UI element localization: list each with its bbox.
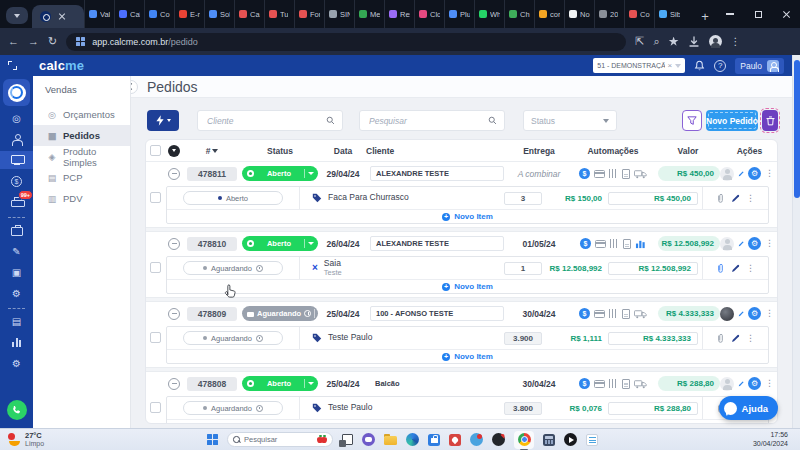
edit-item-icon[interactable] [731, 194, 740, 203]
browser-tab[interactable]: Ch [504, 0, 534, 28]
browser-tab[interactable]: Clo [414, 0, 444, 28]
back-icon[interactable]: ← [8, 36, 19, 47]
col-acoes[interactable]: Ações [720, 146, 778, 156]
page-scrollbar[interactable] [792, 55, 800, 428]
barcode-icon[interactable] [609, 309, 618, 318]
collapse-order-icon[interactable] [168, 378, 180, 390]
payment-card-icon[interactable] [594, 380, 605, 388]
shipping-truck-icon[interactable] [634, 379, 647, 389]
order-menu-icon[interactable] [765, 309, 774, 318]
zoom-icon[interactable]: ⌕ [653, 36, 659, 47]
collapse-all-icon[interactable] [168, 145, 180, 157]
new-tab-button[interactable] [696, 7, 714, 25]
rail-item-settings[interactable] [0, 354, 33, 372]
order-status-dropdown[interactable]: Aberto [242, 376, 318, 391]
select-all-checkbox[interactable] [150, 145, 161, 156]
edit-item-icon[interactable] [731, 264, 740, 273]
item-status[interactable]: Aguardando [183, 261, 283, 275]
order-menu-icon[interactable] [765, 239, 774, 248]
item-menu-icon[interactable] [746, 264, 755, 273]
sidebar-item-pedidos[interactable]: Pedidos [33, 125, 130, 146]
col-automacoes[interactable]: Automações [570, 146, 656, 156]
order-client[interactable]: ALEXANDRE TESTE [370, 236, 504, 251]
shipping-truck-icon[interactable] [634, 309, 647, 319]
edit-item-icon[interactable] [731, 334, 740, 343]
rail-item-reports[interactable] [0, 333, 33, 351]
cast-icon[interactable]: ⇱ [635, 36, 644, 47]
edit-order-icon[interactable] [738, 169, 744, 179]
billing-icon[interactable] [579, 308, 590, 319]
order-checkbox[interactable] [150, 402, 161, 413]
tab-search-button[interactable] [6, 7, 28, 24]
item-status[interactable]: Aberto [183, 191, 283, 205]
rail-item-automation[interactable] [0, 284, 33, 302]
billing-icon[interactable] [580, 238, 591, 249]
invoice-icon[interactable] [622, 379, 630, 389]
user-menu[interactable]: Paulo [735, 58, 784, 74]
sidebar-item-pdv[interactable]: PDV [33, 188, 130, 209]
order-status-dropdown[interactable]: Aberto [242, 166, 318, 181]
edit-order-icon[interactable] [738, 309, 744, 319]
order-settings-icon[interactable] [748, 307, 761, 320]
order-settings-icon[interactable] [748, 377, 761, 390]
minimize-button[interactable] [716, 0, 744, 28]
assignee-avatar[interactable] [720, 307, 734, 321]
rail-item-finance[interactable] [0, 172, 33, 190]
sidebar-item-orcamentos[interactable]: Orçamentos [33, 104, 130, 125]
rail-item-stock[interactable] [0, 263, 33, 281]
browser-tab[interactable]: Plu [444, 0, 474, 28]
col-status[interactable]: Status [240, 146, 320, 156]
company-select[interactable]: 51 - DEMONSTRAÇÃO × [593, 58, 685, 73]
rail-item-dashboard[interactable] [0, 109, 33, 127]
new-item-button[interactable]: Novo Item [167, 349, 768, 363]
browser-tab[interactable]: Val [84, 0, 114, 28]
chat-app-icon[interactable] [362, 433, 375, 446]
new-order-button[interactable]: Novo Pedido [706, 110, 758, 131]
order-checkbox[interactable] [150, 332, 161, 343]
browser-tab[interactable]: E-n [174, 0, 204, 28]
rail-item-sales[interactable] [0, 151, 33, 169]
invoice-icon[interactable] [623, 239, 631, 249]
browser-tab[interactable]: cor [534, 0, 564, 28]
browser-tab[interactable]: Sol [204, 0, 234, 28]
browser-profile-avatar[interactable] [709, 35, 722, 48]
order-number[interactable]: 478811 [187, 167, 237, 181]
bookmark-star-icon[interactable] [669, 37, 679, 47]
order-client[interactable]: 100 - AFONSO TESTE [370, 306, 504, 321]
assignee-avatar[interactable] [720, 167, 734, 181]
calculator-app-icon[interactable] [543, 434, 555, 446]
order-client[interactable]: Balcão [370, 376, 504, 391]
browser-tab[interactable]: Wh [474, 0, 504, 28]
delete-button[interactable] [762, 110, 778, 131]
item-quantity[interactable]: 3.900 [504, 332, 542, 345]
col-data[interactable]: Data [320, 146, 366, 156]
forward-icon[interactable]: → [28, 36, 39, 47]
shipping-truck-icon[interactable] [634, 169, 647, 179]
close-window-button[interactable] [772, 0, 800, 28]
rail-item-clients[interactable] [0, 130, 33, 148]
sidebar-item-produto-simples[interactable]: Produto Simples [33, 146, 130, 167]
file-explorer-icon[interactable] [384, 436, 397, 446]
assignee-avatar[interactable] [720, 237, 734, 251]
advanced-filter-button[interactable] [682, 110, 702, 131]
browser-tab[interactable]: Co [144, 0, 174, 28]
task-view-button[interactable] [342, 434, 353, 445]
new-item-button[interactable]: Novo Item [167, 209, 768, 223]
status-select[interactable]: Status [523, 110, 617, 131]
order-number[interactable]: 478809 [187, 307, 237, 321]
order-menu-icon[interactable] [765, 169, 774, 178]
col-number[interactable]: # [206, 146, 211, 156]
payment-card-icon[interactable] [595, 240, 606, 248]
order-status-dropdown[interactable]: Aberto [242, 236, 318, 251]
payment-card-icon[interactable] [594, 170, 605, 178]
close-tab-icon[interactable] [58, 13, 66, 21]
browser-tab[interactable]: Me [354, 0, 384, 28]
edge-browser-icon[interactable] [406, 433, 419, 446]
barcode-icon[interactable] [609, 379, 618, 388]
browser-tab[interactable]: SIN [324, 0, 354, 28]
notes-app-icon[interactable] [586, 434, 598, 446]
assignee-avatar[interactable] [720, 377, 734, 391]
edit-order-icon[interactable] [738, 379, 744, 389]
billing-icon[interactable] [579, 168, 590, 179]
item-menu-icon[interactable] [746, 194, 755, 203]
